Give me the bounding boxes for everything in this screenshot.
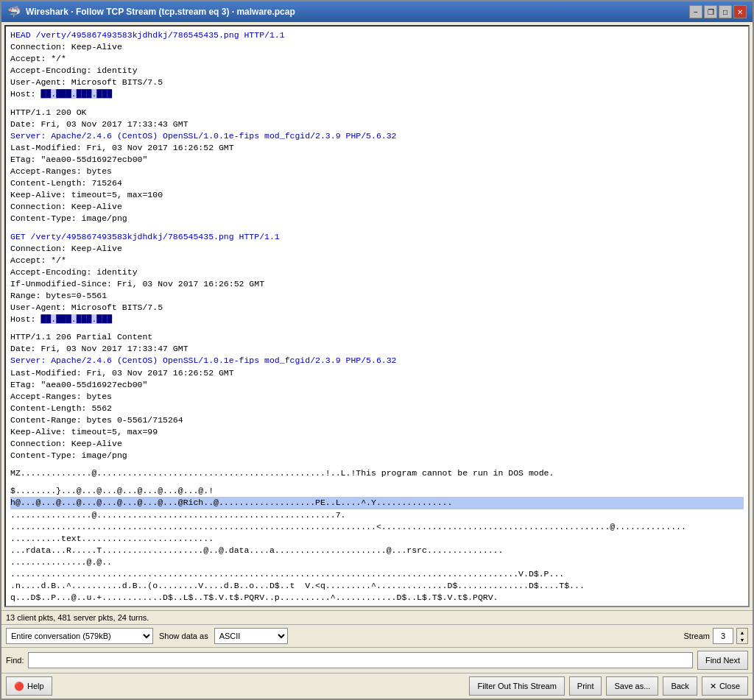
find-label: Find: bbox=[6, 656, 24, 665]
show-data-label: Show data as bbox=[159, 632, 208, 640]
stream-line bbox=[10, 225, 744, 231]
stream-line: Connection: Keep-Alive bbox=[10, 438, 744, 450]
stream-line: Content-Range: bytes 0-5561/715264 bbox=[10, 414, 744, 426]
wireshark-icon: 🦈 bbox=[7, 5, 21, 18]
save-as-button[interactable]: Save as... bbox=[606, 676, 658, 696]
stream-line: Content-Length: 5562 bbox=[10, 403, 744, 414]
back-label: Back bbox=[671, 682, 688, 690]
bottom-row: 🔴 Help Filter Out This Stream Print Save… bbox=[1, 673, 753, 699]
stream-label: Stream bbox=[684, 632, 710, 640]
stream-line: Connection: Keep-Alive bbox=[10, 201, 744, 213]
stream-line: ................@.......................… bbox=[10, 509, 744, 521]
stream-line: Content-Type: image/png bbox=[10, 450, 744, 462]
controls-row: Entire conversation (579kB) Show data as… bbox=[1, 624, 753, 647]
stream-line: Accept-Ranges: bytes bbox=[10, 391, 744, 403]
help-label: Help bbox=[27, 682, 44, 690]
title-bar-buttons[interactable]: − ❐ □ ✕ bbox=[689, 5, 747, 18]
stream-line: MZ..............@.......................… bbox=[10, 467, 744, 479]
stream-line: HTTP/1.1 206 Partial Content bbox=[10, 331, 744, 343]
stream-line: Content-Length: 715264 bbox=[10, 177, 744, 189]
stream-line: User-Agent: Microsoft BITS/7.5 bbox=[10, 302, 744, 314]
find-next-button[interactable]: Find Next bbox=[697, 651, 748, 670]
stream-line bbox=[10, 325, 744, 331]
stream-line: ETag: "aea00-55d16927ecb00" bbox=[10, 379, 744, 391]
stream-line: User-Agent: Microsoft BITS/7.5 bbox=[10, 77, 744, 88]
help-icon: 🔴 bbox=[14, 682, 24, 691]
filter-out-button[interactable]: Filter Out This Stream bbox=[469, 676, 564, 696]
stream-number-input[interactable]: 3 bbox=[713, 628, 733, 644]
find-input[interactable] bbox=[28, 652, 692, 668]
stream-line: ..........text.......................... bbox=[10, 533, 744, 545]
show-data-select[interactable]: ASCII Hex Dump C Arrays Raw YAML bbox=[214, 628, 288, 644]
stream-line: q...D$..P...@..u.+............D$..L$..T$… bbox=[10, 592, 744, 604]
stream-line: Keep-Alive: timeout=5, max=99 bbox=[10, 426, 744, 438]
window-title: Wireshark · Follow TCP Stream (tcp.strea… bbox=[26, 7, 295, 17]
conversation-dropdown-group: Entire conversation (579kB) bbox=[6, 628, 153, 644]
stream-line: If-Unmodified-Since: Fri, 03 Nov 2017 16… bbox=[10, 278, 744, 290]
stream-line bbox=[10, 101, 744, 107]
stream-line: ........................................… bbox=[10, 521, 744, 533]
wireshark-window: 🦈 Wireshark · Follow TCP Stream (tcp.str… bbox=[0, 0, 754, 700]
stream-number-group: Stream 3 ▲ ▼ bbox=[684, 628, 748, 644]
stream-line: Date: Fri, 03 Nov 2017 17:33:43 GMT bbox=[10, 119, 744, 130]
conversation-select[interactable]: Entire conversation (579kB) bbox=[6, 628, 153, 644]
stream-line: Host: ██.███.███.███ bbox=[10, 88, 744, 100]
stream-line bbox=[10, 462, 744, 467]
print-button[interactable]: Print bbox=[569, 676, 602, 696]
stream-line: .n....d.B..^..........d.B..(o........V..… bbox=[10, 580, 744, 592]
stream-line bbox=[10, 479, 744, 485]
stream-line: Last-Modified: Fri, 03 Nov 2017 16:26:52… bbox=[10, 142, 744, 154]
stream-line: ...............@.@.. bbox=[10, 556, 744, 568]
stream-line: Server: Apache/2.4.6 (CentOS) OpenSSL/1.… bbox=[10, 130, 744, 142]
help-button[interactable]: 🔴 Help bbox=[6, 676, 52, 696]
content-area: HEAD /verty/495867493583kjdhdkj/78654543… bbox=[4, 25, 750, 607]
filter-out-label: Filter Out This Stream bbox=[477, 682, 556, 690]
stream-content[interactable]: HEAD /verty/495867493583kjdhdkj/78654543… bbox=[6, 26, 748, 606]
title-bar-left: 🦈 Wireshark · Follow TCP Stream (tcp.str… bbox=[7, 5, 295, 18]
maximize-button[interactable]: □ bbox=[719, 5, 732, 18]
stream-line: Server: Apache/2.4.6 (CentOS) OpenSSL/1.… bbox=[10, 355, 744, 367]
restore-button[interactable]: ❐ bbox=[704, 5, 717, 18]
stream-line: Content-Type: image/png bbox=[10, 213, 744, 225]
stream-line: Accept: */* bbox=[10, 53, 744, 65]
close-button[interactable]: ✕ Close bbox=[702, 676, 748, 696]
stream-line: Date: Fri, 03 Nov 2017 17:33:47 GMT bbox=[10, 343, 744, 355]
stream-line: ........................................… bbox=[10, 568, 744, 580]
status-bar: 13 client pkts, 481 server pkts, 24 turn… bbox=[1, 610, 753, 624]
stream-line: Accept-Encoding: identity bbox=[10, 266, 744, 278]
stream-line: HTTP/1.1 200 OK bbox=[10, 107, 744, 119]
stream-line: Last-Modified: Fri, 03 Nov 2017 16:26:52… bbox=[10, 367, 744, 379]
stream-line: h@...@...@...@...@...@...@...@...@Rich..… bbox=[10, 497, 744, 509]
close-title-button[interactable]: ✕ bbox=[733, 5, 747, 18]
close-icon: ✕ bbox=[710, 682, 716, 691]
show-data-dropdown-group: ASCII Hex Dump C Arrays Raw YAML bbox=[214, 628, 288, 644]
print-label: Print bbox=[577, 682, 594, 690]
stream-line: $........}...@...@...@...@...@...@...@.! bbox=[10, 485, 744, 497]
stream-line: Accept-Ranges: bytes bbox=[10, 166, 744, 177]
stream-line: GET /verty/495867493583kjdhdkj/786545435… bbox=[10, 231, 744, 243]
stream-line: Host: ██.███.███.███ bbox=[10, 314, 744, 325]
stream-line: Connection: Keep-Alive bbox=[10, 41, 744, 53]
stream-line: ETag: "aea00-55d16927ecb00" bbox=[10, 154, 744, 166]
stream-line: Accept: */* bbox=[10, 255, 744, 266]
stream-spinner[interactable]: ▲ ▼ bbox=[736, 628, 748, 644]
stream-line: Keep-Alive: timeout=5, max=100 bbox=[10, 189, 744, 201]
status-text: 13 client pkts, 481 server pkts, 24 turn… bbox=[6, 613, 149, 622]
stream-line: Range: bytes=0-5561 bbox=[10, 290, 744, 302]
close-label: Close bbox=[719, 682, 740, 690]
stream-down-button[interactable]: ▼ bbox=[737, 636, 747, 643]
save-as-label: Save as... bbox=[614, 682, 650, 690]
minimize-button[interactable]: − bbox=[689, 5, 702, 18]
stream-line: Connection: Keep-Alive bbox=[10, 243, 744, 255]
stream-line: Accept-Encoding: identity bbox=[10, 65, 744, 77]
find-row: Find: Find Next bbox=[1, 647, 753, 673]
find-next-label: Find Next bbox=[705, 656, 740, 665]
stream-line: %q..]...L$..............L$..............… bbox=[10, 604, 744, 606]
stream-line: ...rdata...R.....T....................@.… bbox=[10, 545, 744, 556]
stream-line: HEAD /verty/495867493583kjdhdkj/78654543… bbox=[10, 29, 744, 41]
back-button[interactable]: Back bbox=[663, 676, 697, 696]
stream-up-button[interactable]: ▲ bbox=[737, 629, 747, 636]
title-bar: 🦈 Wireshark · Follow TCP Stream (tcp.str… bbox=[1, 1, 753, 22]
